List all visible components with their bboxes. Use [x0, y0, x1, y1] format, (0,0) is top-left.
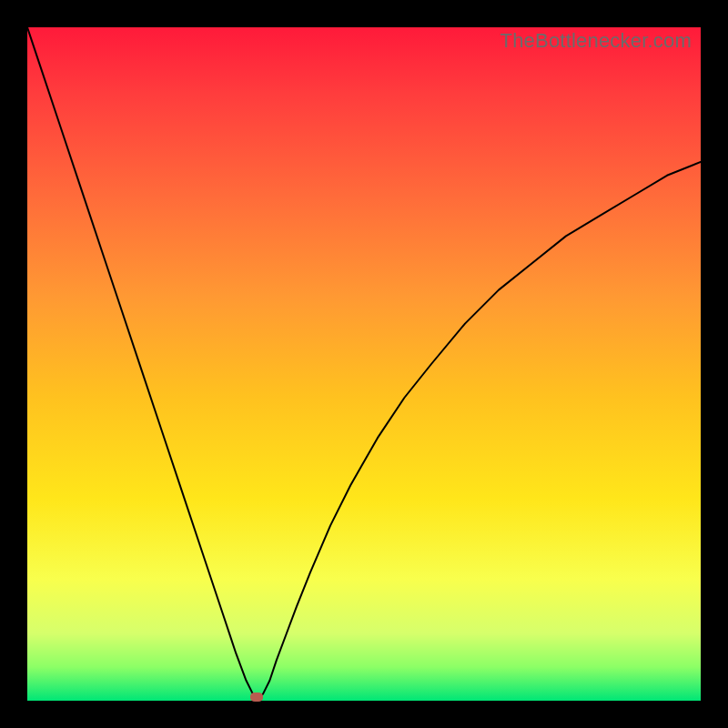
plot-area: TheBottlenecker.com — [27, 27, 701, 701]
minimum-marker — [250, 693, 263, 702]
bottleneck-curve — [27, 27, 701, 701]
chart-frame: TheBottlenecker.com — [0, 0, 728, 728]
